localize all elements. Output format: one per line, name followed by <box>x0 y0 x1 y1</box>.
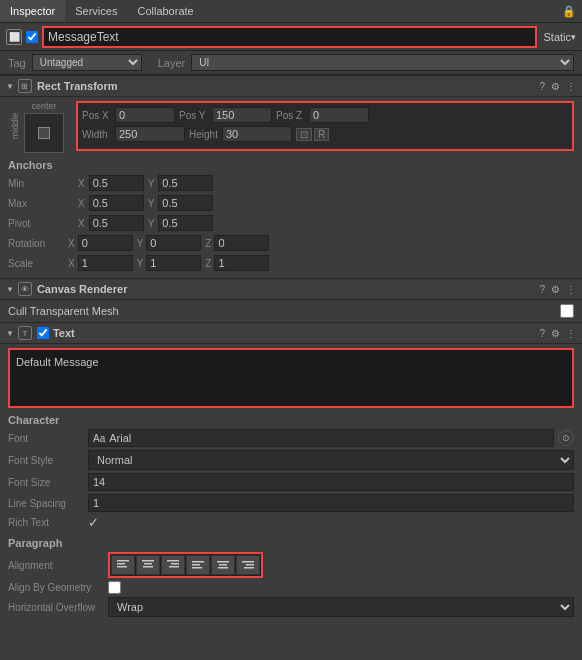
text-section-actions: ? ⚙ ⋮ <box>539 328 576 339</box>
anchor-max-row: Max X Y <box>8 194 574 212</box>
width-cell: Width <box>82 126 185 142</box>
anchor-max-y-input[interactable] <box>158 195 213 211</box>
tag-select[interactable]: Untagged <box>32 54 142 71</box>
font-size-input[interactable] <box>88 473 574 491</box>
anchor-max-label: Max <box>8 198 78 209</box>
tab-inspector[interactable]: Inspector <box>0 0 65 22</box>
svg-rect-14 <box>218 567 228 569</box>
width-input[interactable] <box>115 126 185 142</box>
svg-rect-16 <box>246 564 254 566</box>
pos-x-input[interactable] <box>115 107 175 123</box>
text-active-checkbox[interactable] <box>37 327 49 339</box>
line-spacing-input[interactable] <box>88 494 574 512</box>
canvas-settings-btn[interactable]: ⚙ <box>551 284 560 295</box>
center-anchor-block: center <box>24 101 64 153</box>
rect-settings-btn[interactable]: ⚙ <box>551 81 560 92</box>
rotation-fields: X Y Z <box>68 235 269 251</box>
pos-x-cell: Pos X <box>82 107 175 123</box>
alignment-label: Alignment <box>8 560 108 571</box>
svg-rect-10 <box>192 564 200 566</box>
alignment-row: Alignment <box>8 552 574 578</box>
rect-transform-header[interactable]: ▼ ⊞ Rect Transform ? ⚙ ⋮ <box>0 75 582 97</box>
scale-x-input[interactable] <box>78 255 133 271</box>
pivot-x-input[interactable] <box>89 215 144 231</box>
rot-x-input[interactable] <box>78 235 133 251</box>
align-center-mid-btn[interactable] <box>211 555 235 575</box>
canvas-renderer-header[interactable]: ▼ 👁 Canvas Renderer ? ⚙ ⋮ <box>0 278 582 300</box>
svg-rect-15 <box>242 561 254 563</box>
rot-z-input[interactable] <box>214 235 269 251</box>
text-content-box[interactable]: Default Message <box>8 348 574 408</box>
text-menu-btn[interactable]: ⋮ <box>566 328 576 339</box>
resize-btn-2[interactable]: R <box>314 128 329 141</box>
paragraph-title: Paragraph <box>8 537 574 549</box>
resize-btn-1[interactable]: ⊡ <box>296 128 312 141</box>
anchor-max-x-label: X <box>78 198 85 209</box>
anchors-title: Anchors <box>8 159 574 171</box>
scale-z-input[interactable] <box>214 255 269 271</box>
text-content-value: Default Message <box>16 356 99 368</box>
tab-services[interactable]: Services <box>65 0 127 22</box>
svg-rect-4 <box>144 563 152 565</box>
h-overflow-select[interactable]: Wrap <box>108 597 574 617</box>
align-right-top-btn[interactable] <box>161 555 185 575</box>
anchor-max-pair: X Y <box>78 195 213 211</box>
active-checkbox[interactable] <box>26 31 38 43</box>
rot-y-input[interactable] <box>146 235 201 251</box>
svg-rect-7 <box>171 563 179 565</box>
rot-x-cell: X <box>68 235 133 251</box>
text-section-header[interactable]: ▼ T Text ? ⚙ ⋮ <box>0 322 582 344</box>
pivot-label: Pivot <box>8 218 78 229</box>
header-tabs: Inspector Services Collaborate 🔒 <box>0 0 582 23</box>
svg-rect-11 <box>192 567 202 569</box>
scale-y-input[interactable] <box>146 255 201 271</box>
anchor-min-y-input[interactable] <box>158 175 213 191</box>
pos-z-input[interactable] <box>309 107 369 123</box>
font-style-select[interactable]: Normal <box>88 450 574 470</box>
rect-menu-btn[interactable]: ⋮ <box>566 81 576 92</box>
align-by-geo-checkbox[interactable] <box>108 581 121 594</box>
line-spacing-row: Line Spacing <box>8 494 574 512</box>
anchor-inner-square <box>38 127 50 139</box>
character-section: Character Font Aa Arial ⊙ Font Style Nor… <box>0 412 582 535</box>
anchor-max-x-input[interactable] <box>89 195 144 211</box>
pos-y-input[interactable] <box>212 107 272 123</box>
anchor-min-x-input[interactable] <box>89 175 144 191</box>
anchor-preview[interactable] <box>24 113 64 153</box>
paragraph-section: Paragraph Alignment <box>0 535 582 622</box>
font-select-btn[interactable]: ⊙ <box>558 430 574 446</box>
svg-rect-3 <box>142 560 154 562</box>
transform-fields: Pos X Pos Y Pos Z Width Height ⊡ <box>76 101 574 151</box>
pos-row: Pos X Pos Y Pos Z <box>82 107 568 123</box>
pivot-y-input[interactable] <box>158 215 213 231</box>
font-style-label: Font Style <box>8 455 88 466</box>
anchor-min-pair: X Y <box>78 175 213 191</box>
static-label: Static <box>543 31 571 43</box>
canvas-help-btn[interactable]: ? <box>539 284 545 295</box>
text-help-btn[interactable]: ? <box>539 328 545 339</box>
rotation-row: Rotation X Y Z <box>8 234 574 252</box>
lock-icon[interactable]: 🔒 <box>562 5 582 18</box>
rect-help-btn[interactable]: ? <box>539 81 545 92</box>
font-size-label: Font Size <box>8 477 88 488</box>
layer-select[interactable]: UI <box>191 54 574 71</box>
align-right-mid-btn[interactable] <box>236 555 260 575</box>
cull-checkbox[interactable] <box>560 304 574 318</box>
rich-text-label: Rich Text <box>8 517 88 528</box>
scale-x-label: X <box>68 258 75 269</box>
canvas-renderer-title: Canvas Renderer <box>37 283 540 295</box>
pivot-row: Pivot X Y <box>8 214 574 232</box>
static-dropdown-arrow[interactable]: ▾ <box>571 32 576 42</box>
text-settings-btn[interactable]: ⚙ <box>551 328 560 339</box>
rect-triangle-icon: ▼ <box>6 82 14 91</box>
align-left-mid-btn[interactable] <box>186 555 210 575</box>
height-input[interactable] <box>222 126 292 142</box>
rot-y-label: Y <box>137 238 144 249</box>
align-left-top-btn[interactable] <box>111 555 135 575</box>
align-center-top-btn[interactable] <box>136 555 160 575</box>
object-name-input[interactable] <box>42 26 537 48</box>
canvas-menu-btn[interactable]: ⋮ <box>566 284 576 295</box>
font-label: Font <box>8 433 88 444</box>
tab-collaborate[interactable]: Collaborate <box>127 0 203 22</box>
scale-x-cell: X <box>68 255 133 271</box>
